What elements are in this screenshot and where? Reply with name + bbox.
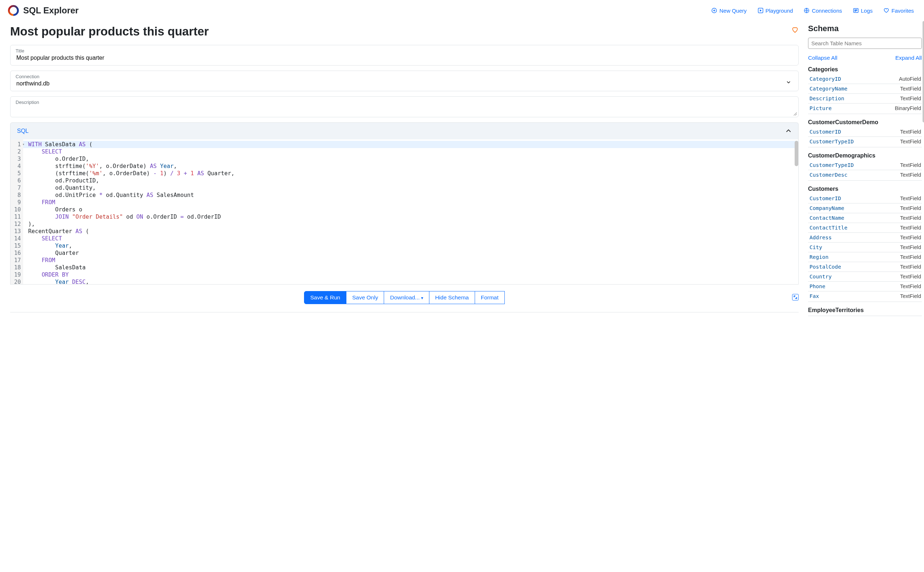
page-title: Most popular products this quarter [10, 25, 209, 38]
schema-column-name[interactable]: CustomerID [810, 196, 841, 201]
schema-column-name[interactable]: CategoryID [810, 76, 841, 82]
download-button[interactable]: Download... [384, 291, 429, 304]
nav-favorites-label: Favorites [891, 8, 914, 14]
nav-logs[interactable]: Logs [853, 8, 873, 14]
connection-field-group[interactable]: Connection [10, 71, 799, 91]
schema-column-type: TextField [900, 264, 921, 270]
schema-column-name[interactable]: CustomerDesc [810, 172, 848, 178]
schema-column-name[interactable]: Fax [810, 293, 819, 299]
schema-column: CityTextField [808, 242, 922, 252]
schema-column-type: TextField [900, 274, 921, 280]
schema-column: CompanyNameTextField [808, 204, 922, 213]
editor-code[interactable]: WITH SalesData AS ( SELECT o.OrderID, st… [23, 139, 798, 284]
connection-select[interactable] [16, 80, 793, 87]
schema-column-name[interactable]: Address [810, 235, 832, 240]
schema-table-categories[interactable]: Categories [808, 66, 922, 73]
schema-column-name[interactable]: CustomerID [810, 129, 841, 135]
schema-column: PictureBinaryField [808, 104, 922, 113]
title-input[interactable] [16, 54, 793, 62]
sql-editor-wrap: 12345678910111213141516171819202122 WITH… [10, 139, 799, 284]
schema-column-type: TextField [900, 225, 921, 231]
fullscreen-icon[interactable] [792, 294, 799, 300]
schema-column: CategoryIDAutoField [808, 74, 922, 84]
schema-column-type: BinaryField [894, 105, 921, 111]
schema-column-type: AutoField [899, 76, 921, 82]
schema-column-name[interactable]: CompanyName [810, 205, 844, 211]
action-button-row: Save & Run Save Only Download... Hide Sc… [10, 291, 799, 304]
editor-scrollbar[interactable] [795, 141, 798, 166]
schema-column-type: TextField [900, 205, 921, 211]
schema-column: CountryTextField [808, 272, 922, 282]
schema-column: CategoryNameTextField [808, 84, 922, 94]
schema-column-name[interactable]: ContactTitle [810, 225, 848, 231]
hide-schema-button[interactable]: Hide Schema [429, 291, 475, 304]
schema-column-name[interactable]: Country [810, 274, 832, 280]
sql-editor[interactable]: 12345678910111213141516171819202122 WITH… [11, 139, 798, 284]
schema-column: RegionTextField [808, 252, 922, 262]
nav-playground[interactable]: Playground [758, 8, 793, 14]
expand-all-link[interactable]: Expand All [895, 55, 922, 61]
schema-table-employeeterritories[interactable]: EmployeeTerritories [808, 307, 922, 314]
editor-gutter: 12345678910111213141516171819202122 [11, 139, 23, 284]
nav-favorites[interactable]: Favorites [883, 8, 914, 14]
list-icon [853, 8, 859, 13]
schema-table-customers[interactable]: Customers [808, 186, 922, 192]
schema-column: DescriptionTextField [808, 94, 922, 104]
schema-column-name[interactable]: City [810, 244, 822, 250]
schema-column-name[interactable]: Picture [810, 105, 832, 111]
schema-column-name[interactable]: Region [810, 254, 828, 260]
schema-sidebar: Schema Collapse All Expand All Categorie… [808, 21, 924, 318]
title-field-group[interactable]: Title [10, 45, 799, 65]
nav-connections-label: Connections [812, 8, 842, 14]
schema-column-type: TextField [900, 254, 921, 260]
schema-column: CustomerIDTextField [808, 127, 922, 137]
favorite-toggle[interactable] [792, 26, 799, 35]
title-label: Title [16, 48, 793, 54]
schema-column-type: TextField [900, 235, 921, 240]
description-input[interactable] [16, 106, 793, 113]
sql-section-label: SQL [17, 128, 29, 134]
play-square-icon [758, 8, 764, 13]
heart-outline-icon [792, 26, 799, 33]
nav-new-query[interactable]: New Query [711, 8, 746, 14]
nav-links: New Query Playground Connections Logs Fa… [711, 8, 914, 14]
nav-logs-label: Logs [861, 8, 873, 14]
schema-column-type: TextField [900, 162, 921, 168]
schema-heading: Schema [808, 24, 922, 33]
schema-column-type: TextField [900, 283, 921, 289]
schema-column: ContactTitleTextField [808, 223, 922, 233]
schema-column-type: TextField [900, 139, 921, 145]
brand-text: SQL Explorer [23, 5, 79, 16]
schema-column-name[interactable]: Description [810, 96, 844, 101]
save-run-button[interactable]: Save & Run [304, 291, 346, 304]
schema-column-type: TextField [900, 172, 921, 178]
schema-column-type: TextField [900, 96, 921, 101]
nav-new-query-label: New Query [719, 8, 746, 14]
schema-column-type: TextField [900, 293, 921, 299]
description-field-group[interactable]: Description [10, 96, 799, 117]
heart-icon [883, 8, 889, 13]
sql-section-header[interactable]: SQL [10, 122, 799, 139]
schema-column-name[interactable]: CategoryName [810, 86, 848, 92]
nav-connections[interactable]: Connections [804, 8, 842, 14]
collapse-all-link[interactable]: Collapse All [808, 55, 837, 61]
schema-column-name[interactable]: Phone [810, 283, 826, 289]
schema-search-input[interactable] [808, 38, 922, 49]
schema-column: AddressTextField [808, 233, 922, 242]
schema-column-name[interactable]: CustomerTypeID [810, 139, 854, 145]
schema-column: PhoneTextField [808, 282, 922, 291]
schema-column-type: TextField [900, 244, 921, 250]
schema-table-customercustomerdemo[interactable]: CustomerCustomerDemo [808, 119, 922, 126]
schema-column-name[interactable]: ContactName [810, 215, 844, 221]
main-content: Most popular products this quarter Title… [10, 21, 799, 318]
schema-column-name[interactable]: CustomerTypeID [810, 162, 854, 168]
plus-circle-icon [711, 8, 717, 13]
schema-table-customerdemographics[interactable]: CustomerDemographics [808, 152, 922, 159]
schema-column-name[interactable]: PostalCode [810, 264, 841, 270]
schema-column: CustomerIDTextField [808, 194, 922, 204]
schema-column: CustomerTypeIDTextField [808, 160, 922, 170]
format-button[interactable]: Format [475, 291, 505, 304]
navbar: SQL Explorer New Query Playground Connec… [0, 0, 924, 21]
save-only-button[interactable]: Save Only [346, 291, 385, 304]
brand[interactable]: SQL Explorer [8, 5, 79, 16]
